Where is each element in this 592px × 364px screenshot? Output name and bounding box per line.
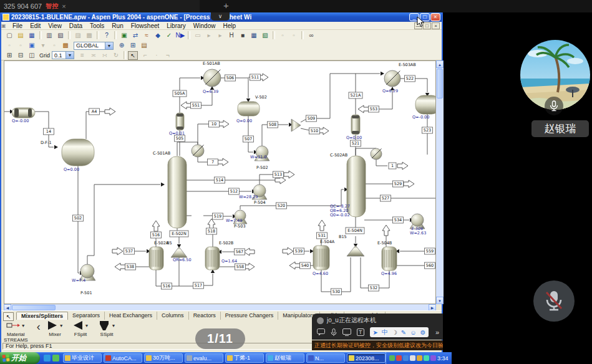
stream-port-arrow[interactable] xyxy=(181,102,192,109)
print-icon[interactable]: ▥ xyxy=(44,31,54,40)
streams-icon[interactable]: ≈ xyxy=(142,31,152,40)
stream-box-517[interactable]: 517 xyxy=(193,282,204,289)
task-button[interactable]: 赵银瑞 xyxy=(266,353,304,363)
screen-icon[interactable] xyxy=(342,328,351,336)
stream-box-527[interactable]: 527 xyxy=(381,195,391,201)
stream-box-516[interactable]: 516 xyxy=(162,283,172,289)
stream-box-534[interactable]: 534 xyxy=(393,217,404,223)
chinese-input-icon[interactable]: 中 xyxy=(382,328,388,337)
stream-box-505A[interactable]: 505A xyxy=(173,90,187,97)
pause-icon[interactable]: H xyxy=(226,31,236,40)
stream-box-518[interactable]: 518 xyxy=(206,228,217,234)
menu-help[interactable]: Help xyxy=(219,22,240,29)
tray-icon[interactable] xyxy=(396,355,402,361)
menu-flowsheet[interactable]: Flowsheet xyxy=(127,22,163,29)
stream-port-arrow[interactable] xyxy=(208,219,215,229)
chevron-down-icon[interactable]: ▼ xyxy=(112,323,116,328)
new-tab-button[interactable]: + xyxy=(223,0,229,11)
equipment-splitter[interactable] xyxy=(291,119,301,132)
close-tab-icon[interactable]: × xyxy=(62,2,66,10)
stream-box-507[interactable]: 507 xyxy=(243,136,254,142)
expand-more-icon[interactable]: » xyxy=(435,328,439,336)
equipment-undefined[interactable] xyxy=(192,145,204,157)
data-browser-icon[interactable]: ▣ xyxy=(119,31,129,40)
mute-microphone-button[interactable] xyxy=(533,280,575,322)
zoom-search-icon[interactable]: ⊕ xyxy=(117,41,127,50)
stop-icon[interactable]: ■ xyxy=(238,31,248,40)
report-icon[interactable]: ▤ xyxy=(139,41,149,50)
stream-box-567[interactable]: 567 xyxy=(235,249,245,255)
stream-port-arrow[interactable] xyxy=(244,248,255,256)
plot-wizard-icon[interactable]: ▩ xyxy=(61,41,70,50)
tray-icon[interactable] xyxy=(417,355,422,361)
stream-box-513[interactable]: 513 xyxy=(273,171,284,178)
stream-port-arrow[interactable] xyxy=(115,263,125,271)
equipment-E-504B[interactable] xyxy=(382,247,397,271)
check-status-icon[interactable]: ✓ xyxy=(164,31,174,40)
stream-box-510[interactable]: 510 xyxy=(309,128,320,134)
stream-box-10[interactable]: 10 xyxy=(209,121,220,127)
rotate-icon[interactable]: ↻ xyxy=(111,51,121,60)
stream-port-arrow[interactable] xyxy=(105,108,115,115)
task-button[interactable]: 毕业设计 xyxy=(63,353,102,363)
stream-box-E-502N[interactable]: E-502N xyxy=(170,231,188,237)
distribute-icon[interactable]: ∺ xyxy=(100,51,110,60)
stream-port-arrow[interactable] xyxy=(283,247,293,255)
scroll-up-icon[interactable]: ▲ xyxy=(436,60,444,68)
stream-box-E-504N[interactable]: E-504N xyxy=(346,228,364,234)
stream-port-arrow[interactable] xyxy=(318,220,326,231)
task-button[interactable]: 丁烯-1 xyxy=(225,353,264,363)
equipment-V-501[interactable] xyxy=(62,139,94,166)
equipment-B1[interactable] xyxy=(176,113,184,130)
material-streams-button[interactable]: ▼ Material STREAMS xyxy=(4,319,28,343)
stream-box-512[interactable]: 512 xyxy=(229,188,240,194)
chevron-down-icon[interactable]: ▼ xyxy=(21,323,26,328)
stream-box-538[interactable]: 538 xyxy=(125,264,136,270)
stream-port-arrow[interactable] xyxy=(382,225,390,236)
print-preview-icon[interactable]: ▧ xyxy=(56,31,66,40)
stream-box-537[interactable]: 537 xyxy=(124,248,135,254)
stream-box-529[interactable]: 529 xyxy=(393,181,404,187)
stream-box-506[interactable]: 506 xyxy=(225,75,236,81)
menu-file[interactable]: File xyxy=(9,22,26,29)
stream-port-arrow[interactable] xyxy=(218,120,229,128)
run-settings-icon[interactable]: ▭ xyxy=(193,31,203,40)
stream-port-arrow[interactable] xyxy=(397,162,408,170)
moon-icon[interactable]: ☽ xyxy=(392,329,397,336)
menu-tools[interactable]: Tools xyxy=(86,22,108,29)
equipment-E-502N[interactable] xyxy=(171,247,187,257)
workbook-icon[interactable]: ▣ xyxy=(27,41,37,50)
next-icon[interactable]: N▶ xyxy=(175,31,185,40)
stream-box-522[interactable]: 522 xyxy=(405,75,415,82)
equipment-E-504N[interactable] xyxy=(347,246,364,256)
stream-box-559[interactable]: 559 xyxy=(425,248,435,254)
stream-box-521[interactable]: 521 xyxy=(351,140,361,146)
equipment-undefined[interactable] xyxy=(203,69,221,87)
stream-box-505[interactable]: 505 xyxy=(175,135,185,141)
menu-edit[interactable]: Edit xyxy=(26,22,44,29)
equipment-undefined[interactable] xyxy=(371,148,382,160)
task-button[interactable]: 30万吨... xyxy=(144,353,183,363)
stream-box-509[interactable]: 509 xyxy=(306,115,317,122)
text-tool-button[interactable]: T xyxy=(357,328,364,336)
chevron-down-icon[interactable]: ▼ xyxy=(66,52,74,59)
blocks-icon[interactable]: ◆ xyxy=(153,31,163,40)
route-icon[interactable]: ⌐ xyxy=(140,51,150,60)
menu-window[interactable]: Window xyxy=(190,22,220,29)
menu-view[interactable]: View xyxy=(44,22,66,29)
dynamics-icon[interactable]: ▫ xyxy=(278,31,288,40)
stream-port-arrow[interactable] xyxy=(404,180,414,188)
scale-toggle-icon[interactable]: ◫ xyxy=(27,51,37,60)
vertical-scrollbar[interactable]: ▲ ▼ xyxy=(436,60,444,304)
vertical-scroll-thumb[interactable] xyxy=(437,69,443,98)
stream-box-553[interactable]: 553 xyxy=(369,106,379,112)
equipment-feed-filter[interactable] xyxy=(12,108,35,118)
remote-session-tab[interactable]: 325 904 607 智控 × xyxy=(0,0,200,12)
chevron-down-icon[interactable]: ▼ xyxy=(59,323,64,328)
equipment-V-503[interactable] xyxy=(415,95,435,114)
stream-box-14[interactable]: 14 xyxy=(44,128,54,135)
microphone-icon[interactable] xyxy=(331,328,337,337)
tray-icon[interactable] xyxy=(410,355,415,361)
zoom-out-icon[interactable]: ▫ xyxy=(4,41,14,50)
palette-scroll-left-icon[interactable]: ‹ xyxy=(37,320,41,333)
